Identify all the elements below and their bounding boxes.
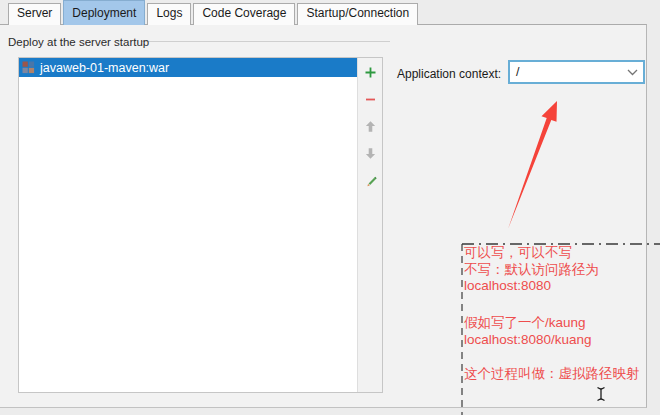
plus-icon: [363, 65, 378, 80]
chevron-down-icon: [627, 69, 638, 76]
artifact-name: javaweb-01-maven:war: [40, 61, 169, 75]
move-down-button[interactable]: [361, 144, 379, 162]
arrow-down-icon: [363, 146, 378, 161]
artifact-icon: [22, 61, 35, 74]
artifact-list[interactable]: javaweb-01-maven:war: [19, 58, 357, 392]
combo-dropdown-button[interactable]: [621, 69, 643, 76]
annotation-line: 可以写，可以不写: [464, 245, 660, 262]
artifact-toolbar: [357, 58, 382, 392]
config-tabbar: Server Deployment Logs Code Coverage Sta…: [8, 2, 418, 25]
annotation-note-3: 这个过程叫做：虚拟路径映射: [464, 366, 660, 383]
annotation-note-2: 假如写了一个/kaung localhost:8080/kuang: [464, 315, 660, 348]
minus-icon: [363, 92, 378, 107]
remove-artifact-button[interactable]: [361, 90, 379, 108]
tab-server[interactable]: Server: [8, 3, 61, 25]
annotation-line: 不写：默认访问路径为: [464, 262, 660, 279]
tab-code-coverage[interactable]: Code Coverage: [193, 3, 295, 25]
move-up-button[interactable]: [361, 117, 379, 135]
artifact-row-selected[interactable]: javaweb-01-maven:war: [19, 58, 357, 77]
annotation-line: 这个过程叫做：虚拟路径映射: [464, 366, 660, 383]
annotation-note-1: 可以写，可以不写 不写：默认访问路径为 localhost:8080: [464, 245, 660, 295]
tab-startup-connection[interactable]: Startup/Connection: [297, 3, 418, 25]
application-context-combobox[interactable]: /: [508, 60, 645, 84]
add-artifact-button[interactable]: [361, 63, 379, 81]
application-context-value[interactable]: /: [510, 65, 621, 79]
application-context-label: Application context:: [397, 67, 501, 81]
deployment-artifact-list: javaweb-01-maven:war: [18, 57, 383, 393]
annotation-line: localhost:8080: [464, 278, 660, 295]
group-title-divider: [141, 41, 390, 42]
tab-logs[interactable]: Logs: [147, 3, 191, 25]
edit-artifact-button[interactable]: [361, 171, 379, 189]
annotation-line: 假如写了一个/kaung: [464, 315, 660, 332]
group-title-deploy-at-startup: Deploy at the server startup: [8, 36, 149, 48]
arrow-up-icon: [363, 119, 378, 134]
tab-deployment[interactable]: Deployment: [63, 0, 145, 25]
annotation-line: localhost:8080/kuang: [464, 332, 660, 349]
pencil-icon: [363, 173, 378, 188]
